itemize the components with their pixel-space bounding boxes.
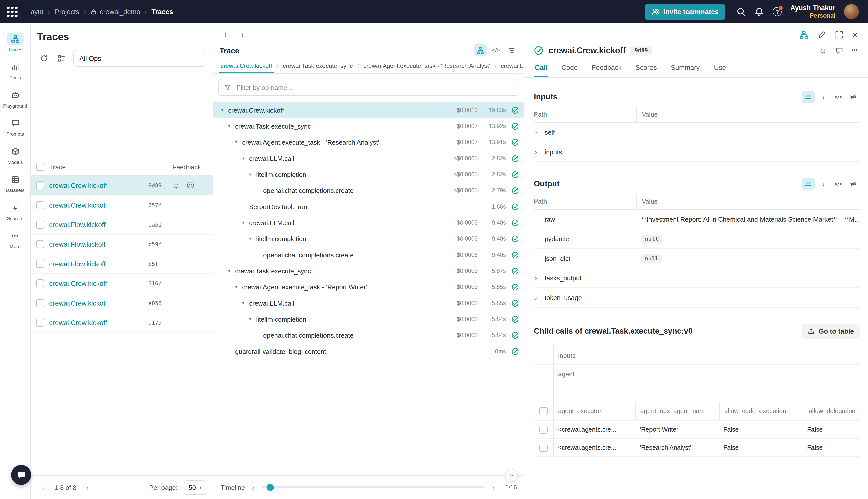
sidebar-item-traces[interactable]: Traces <box>0 29 30 57</box>
trace-path-tab[interactable]: crewai.LLM.cal <box>499 59 524 73</box>
prev-call-button[interactable]: ↑ <box>219 27 233 41</box>
row-checkbox[interactable] <box>36 181 44 190</box>
row-checkbox[interactable] <box>36 279 44 288</box>
select-all-checkbox[interactable] <box>36 163 44 171</box>
trace-tree-node[interactable]: ▾crewai.LLM.call$0.00035.85s <box>213 295 524 311</box>
trace-tree-node[interactable]: ▾crewai.Crew.kickoff$0.001019.83s <box>213 102 524 118</box>
chevron-down-icon[interactable]: ▾ <box>249 236 256 241</box>
scroll-top-button[interactable] <box>505 469 518 482</box>
trace-op-name[interactable]: crewai.Crew.kickoff <box>49 299 107 307</box>
row-checkbox[interactable] <box>540 425 547 434</box>
expanded-view-button[interactable] <box>802 178 815 190</box>
table-row[interactable]: crewai.Flow.kickoffc59f <box>30 235 213 254</box>
tree-view-button[interactable] <box>474 44 487 56</box>
chevron-down-icon[interactable]: ▾ <box>235 140 242 145</box>
table-row[interactable]: crewai.Crew.kickoff316c <box>30 274 213 293</box>
expand-all-button[interactable]: ↕ <box>817 91 830 103</box>
go-to-table-button[interactable]: Go to table <box>802 324 860 339</box>
tab-summary[interactable]: Summary <box>670 60 700 77</box>
trace-op-name[interactable]: crewai.Crew.kickoff <box>49 280 107 287</box>
call-id-badge[interactable]: 9d89 <box>631 46 652 55</box>
breadcrumb-project[interactable]: crewai_demo <box>90 8 140 15</box>
trace-tree-node[interactable]: SerperDevTool._run1.66s <box>213 198 524 215</box>
child-table-row[interactable]: <crewai.agents.cre...'Research Analyst'F… <box>534 439 860 457</box>
overflow-menu-icon[interactable]: ••• <box>852 48 858 53</box>
bell-icon[interactable] <box>755 7 764 16</box>
table-row[interactable]: crewai.Crew.kickoffe058 <box>30 293 213 313</box>
sidebar-item-models[interactable]: Models <box>0 142 30 170</box>
trace-tree-node[interactable]: ▾litellm.completion$0.00035.84s <box>213 311 524 327</box>
chevron-right-icon[interactable]: › <box>534 148 541 155</box>
row-checkbox[interactable] <box>36 260 44 268</box>
comment-icon[interactable] <box>835 47 843 54</box>
smiley-icon[interactable]: ☺ <box>172 181 180 190</box>
table-row[interactable]: crewai.Crew.kickoff657f <box>30 195 213 215</box>
tab-use[interactable]: Use <box>713 60 726 77</box>
row-checkbox[interactable] <box>540 443 547 451</box>
table-row[interactable]: crewai.Crew.kickoff9d89☺☹ <box>30 176 213 195</box>
trace-tree-node[interactable]: ▾crewai.Task.execute_sync$0.000713.92s <box>213 118 524 134</box>
chevron-down-icon[interactable]: ▾ <box>221 108 228 112</box>
prev-page-button[interactable]: ‹ <box>37 483 49 492</box>
trace-path-tab[interactable]: crewai.Crew.kickoff <box>219 59 274 73</box>
trace-op-name[interactable]: crewai.Flow.kickoff <box>49 221 106 228</box>
breadcrumb-entity[interactable]: ayut <box>30 8 44 15</box>
pencil-icon[interactable] <box>817 31 826 39</box>
row-checkbox[interactable] <box>36 201 44 209</box>
table-row[interactable]: crewai.Flow.kickoffeab1 <box>30 215 213 235</box>
per-page-select[interactable]: 50 ▾ <box>184 480 207 495</box>
chevron-down-icon[interactable]: ▾ <box>249 172 256 177</box>
frown-icon[interactable]: ☹ <box>187 181 195 190</box>
chat-widget-button[interactable] <box>11 465 31 485</box>
row-checkbox[interactable] <box>36 319 44 327</box>
wandb-logo[interactable] <box>7 6 17 17</box>
trace-tree-node[interactable]: ▾crewai.Task.execute_sync$0.00035.87s <box>213 263 524 279</box>
tab-scores[interactable]: Scores <box>635 60 657 77</box>
trace-op-name[interactable]: crewai.Flow.kickoff <box>49 260 106 268</box>
sidebar-item-datasets[interactable]: Datasets <box>0 170 30 198</box>
flame-view-button[interactable] <box>505 44 518 56</box>
chevron-down-icon[interactable]: ▾ <box>228 124 235 129</box>
sidebar-item-scorers[interactable]: #Scorers <box>0 198 30 226</box>
child-table-row[interactable]: <crewai.agents.cre...'Report Writer'Fals… <box>534 421 860 439</box>
json-view-button[interactable]: </> <box>832 178 845 190</box>
trace-tree-node[interactable]: ▾crewai.LLM.call<$0.00012.82s <box>213 150 524 166</box>
tab-feedback[interactable]: Feedback <box>591 60 622 77</box>
trace-path-tab[interactable]: crewai.Task.execute_sync <box>281 59 355 73</box>
table-row[interactable]: crewai.Crew.kickoffa17d <box>30 313 213 333</box>
trace-op-name[interactable]: crewai.Crew.kickoff <box>49 182 107 189</box>
chevron-down-icon[interactable]: ▾ <box>242 220 249 225</box>
trace-tree-node[interactable]: openai.chat.completions.create<$0.00012.… <box>213 182 524 198</box>
hide-empty-button[interactable] <box>847 178 860 190</box>
trace-tree-node[interactable]: openai.chat.completions.create$0.00035.8… <box>213 327 524 343</box>
trace-op-name[interactable]: crewai.Crew.kickoff <box>49 201 107 209</box>
sidebar-item-evals[interactable]: Evals <box>0 57 30 85</box>
chevron-right-icon[interactable]: › <box>534 275 541 281</box>
chevron-down-icon[interactable]: ▾ <box>235 284 242 290</box>
trace-op-name[interactable]: crewai.Crew.kickoff <box>49 319 107 326</box>
tab-code[interactable]: Code <box>561 60 579 77</box>
expand-all-button[interactable]: ↕ <box>817 178 830 190</box>
sidebar-item-prompts[interactable]: Prompts <box>0 113 30 142</box>
column-settings-button[interactable] <box>54 51 68 65</box>
breadcrumb-projects[interactable]: Projects <box>55 8 79 15</box>
chevron-right-icon[interactable]: › <box>534 129 541 135</box>
show-trace-tree-icon[interactable] <box>800 31 808 39</box>
chevron-down-icon[interactable]: ▾ <box>242 156 249 161</box>
next-page-button[interactable]: › <box>82 483 94 492</box>
row-checkbox[interactable] <box>36 299 44 307</box>
trace-op-name[interactable]: crewai.Flow.kickoff <box>49 241 106 248</box>
sidebar-item-more[interactable]: •••More <box>0 226 30 254</box>
trace-tree-node[interactable]: ▾crewai.LLM.call$0.00069.40s <box>213 215 524 231</box>
trace-path-tab[interactable]: crewai.Agent.execute_task - 'Research An… <box>361 59 492 73</box>
chevron-down-icon[interactable]: ▾ <box>242 301 249 305</box>
trace-tree-node[interactable]: ▾crewai.Agent.execute_task - 'Report Wri… <box>213 279 524 295</box>
add-reaction-icon[interactable]: ☺ <box>819 47 827 54</box>
table-row[interactable]: crewai.Flow.kickoffc5ff <box>30 254 213 274</box>
tab-call[interactable]: Call <box>534 60 548 77</box>
user-menu[interactable]: Ayush Thakur Personal <box>790 4 835 19</box>
chevron-down-icon[interactable]: ▾ <box>249 317 256 321</box>
sidebar-item-playground[interactable]: Playground <box>0 85 30 113</box>
invite-teammates-button[interactable]: Invite teammates <box>645 4 725 19</box>
chevron-down-icon[interactable]: ▾ <box>228 268 235 273</box>
